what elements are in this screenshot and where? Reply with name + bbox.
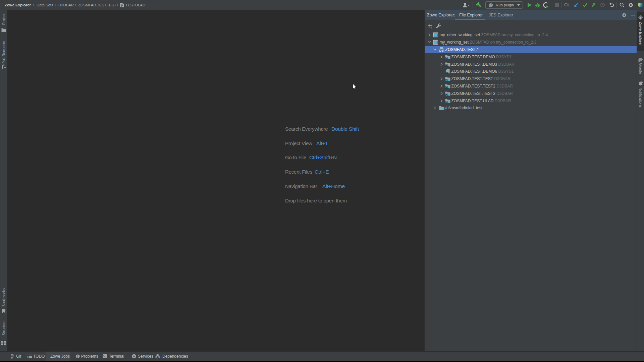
- svg-text:DS: DS: [445, 79, 449, 82]
- svg-text:DS: DS: [445, 57, 449, 60]
- svg-text:DS: DS: [445, 64, 449, 67]
- svg-text:DS: DS: [445, 86, 449, 89]
- svg-text:Z: Z: [640, 16, 642, 19]
- svg-text:DS: DS: [445, 93, 449, 96]
- svg-text:DS: DS: [439, 49, 444, 52]
- svg-text:DS: DS: [445, 101, 449, 104]
